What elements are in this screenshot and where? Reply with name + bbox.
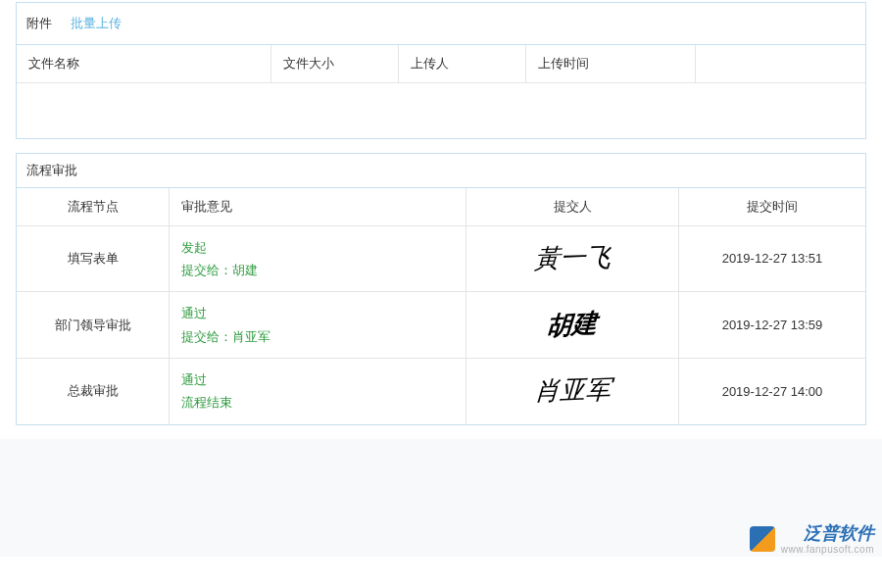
brand-watermark: 泛普软件 www.fanpusoft.com (750, 524, 874, 555)
opinion-forward: 提交给：胡建 (181, 259, 454, 281)
col-node: 流程节点 (17, 188, 170, 226)
attachments-header-row: 文件名称 文件大小 上传人 上传时间 (17, 45, 865, 83)
table-row: 部门领导审批 通过 提交给：肖亚军 胡建 2019-12-27 13:59 (17, 292, 865, 359)
brand-name: 泛普软件 (781, 524, 874, 544)
attachments-table: 文件名称 文件大小 上传人 上传时间 (17, 45, 865, 138)
table-row: 总裁审批 通过 流程结束 肖亚军 2019-12-27 14:00 (17, 359, 865, 424)
opinion-action: 发起 (181, 236, 454, 259)
approval-panel: 流程审批 流程节点 审批意见 提交人 提交时间 填写表单 发起 提交给：胡建 黃… (16, 153, 866, 425)
signature-image: 胡建 (546, 311, 599, 340)
cell-node: 填写表单 (17, 225, 170, 292)
cell-submitter: 黃一飞 (466, 225, 679, 292)
cell-opinion: 发起 提交给：胡建 (170, 225, 466, 292)
signature-image: 肖亚军 (534, 377, 612, 406)
attachments-empty-cell (17, 83, 865, 138)
brand-url: www.fanpusoft.com (781, 544, 874, 555)
cell-submitter: 胡建 (466, 292, 679, 359)
attachments-title: 附件 (26, 15, 52, 32)
approval-table: 流程节点 审批意见 提交人 提交时间 填写表单 发起 提交给：胡建 黃一飞 20… (17, 188, 865, 424)
approval-title: 流程审批 (26, 162, 77, 179)
col-uploader: 上传人 (399, 45, 526, 83)
cell-opinion: 通过 提交给：肖亚军 (170, 292, 466, 359)
attachments-header: 附件 批量上传 (17, 3, 865, 45)
approval-header-row: 流程节点 审批意见 提交人 提交时间 (17, 188, 865, 226)
table-row: 填写表单 发起 提交给：胡建 黃一飞 2019-12-27 13:51 (17, 225, 865, 292)
col-submitter: 提交人 (466, 188, 679, 226)
cell-node: 部门领导审批 (17, 292, 170, 359)
col-filesize: 文件大小 (271, 45, 399, 83)
col-filename: 文件名称 (17, 45, 271, 83)
cell-time: 2019-12-27 14:00 (678, 359, 865, 424)
col-actions (696, 45, 865, 83)
opinion-forward: 提交给：肖亚军 (181, 325, 454, 348)
attachments-panel: 附件 批量上传 文件名称 文件大小 上传人 上传时间 (16, 2, 866, 139)
col-submit-time: 提交时间 (678, 188, 865, 226)
attachments-empty-row (17, 83, 865, 138)
approval-header: 流程审批 (17, 154, 865, 188)
cell-opinion: 通过 流程结束 (170, 359, 466, 424)
cell-submitter: 肖亚军 (466, 359, 679, 424)
cell-time: 2019-12-27 13:51 (678, 225, 865, 292)
opinion-action: 通过 (181, 368, 454, 391)
cell-node: 总裁审批 (17, 359, 170, 424)
col-upload-time: 上传时间 (526, 45, 696, 83)
col-opinion: 审批意见 (170, 188, 466, 226)
brand-logo-icon (750, 526, 775, 552)
opinion-action: 通过 (181, 302, 454, 324)
opinion-forward: 流程结束 (181, 391, 454, 414)
signature-image: 黃一飞 (534, 244, 612, 272)
cell-time: 2019-12-27 13:59 (678, 292, 865, 359)
batch-upload-button[interactable]: 批量上传 (62, 11, 130, 36)
